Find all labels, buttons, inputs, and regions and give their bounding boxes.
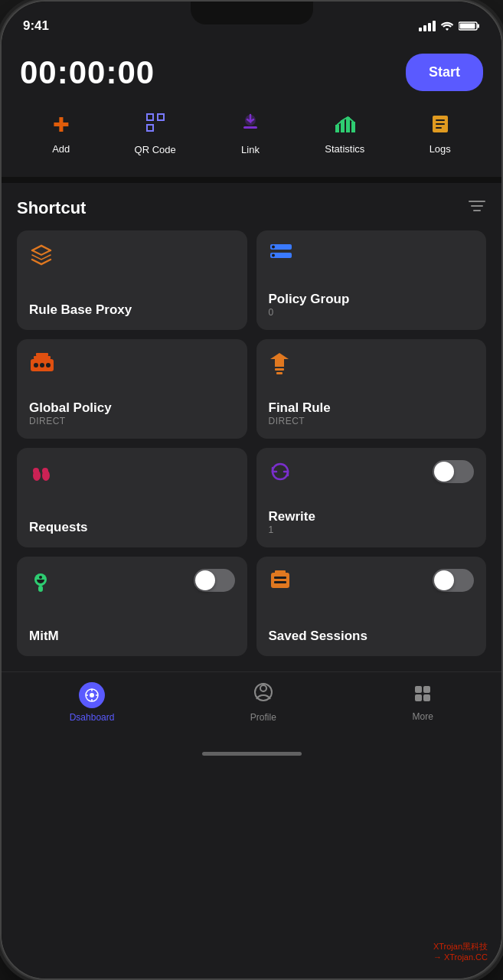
svg-rect-51 [275,570,286,573]
timer-row: 00:00:00 Start [20,54,483,91]
svg-rect-2 [460,24,475,29]
card-top-row-rewrite [269,460,475,486]
signal-bar-1 [419,28,422,31]
svg-rect-5 [147,125,153,131]
svg-rect-39 [275,368,284,371]
card-title-policy-group: Policy Group [269,292,475,307]
svg-rect-24 [436,127,442,129]
svg-rect-22 [436,119,445,121]
shortcut-header: Shortcut [17,198,486,218]
card-rewrite[interactable]: Rewrite 1 [256,448,487,547]
nav-more[interactable]: More [412,683,433,722]
saved-sessions-toggle[interactable] [433,569,474,592]
phone-frame: 9:41 [0,0,503,980]
signal-icon [419,21,436,31]
qrcode-icon [145,113,165,138]
svg-point-44 [42,468,48,474]
toolbar-qrcode[interactable]: QR Code [135,113,176,155]
bottom-nav: Dsahboard Profile [2,671,501,746]
toolbar-logs[interactable]: Logs [430,114,451,155]
statistics-icon [334,114,355,137]
card-bottom-global-policy: Global Policy DIRECT [29,400,235,426]
dashboard-icon [79,682,105,708]
profile-icon [253,681,274,708]
card-title-saved-sessions: Saved Sessions [269,629,475,644]
more-label: More [413,711,433,722]
svg-rect-1 [478,24,480,28]
card-rule-base-proxy[interactable]: Rule Base Proxy [17,230,247,330]
card-requests[interactable]: Requests [17,448,247,547]
card-icon-policy-group [269,243,475,264]
timer-display: 00:00:00 [20,54,155,91]
svg-point-43 [33,468,39,474]
card-bottom-requests: Requests [29,520,235,535]
card-icon-final-rule [269,351,475,379]
toolbar-link[interactable]: Link [240,113,260,155]
card-saved-sessions[interactable]: Saved Sessions [256,557,487,656]
logs-icon [430,114,450,137]
section-divider [2,177,501,183]
mitm-toggle[interactable] [194,569,235,592]
card-final-rule[interactable]: Final Rule DIRECT [256,339,487,439]
svg-rect-50 [274,581,286,583]
card-icon-mitm [29,569,52,596]
shortcut-section: Shortcut [2,183,501,671]
svg-rect-19 [346,117,350,132]
nav-dashboard[interactable]: Dsahboard [70,682,115,723]
card-count-policy-group: 0 [269,307,475,318]
svg-marker-38 [270,353,289,367]
svg-point-53 [90,693,94,697]
qrcode-label: QR Code [135,144,176,155]
toolbar-add[interactable]: ✚ Add [52,113,70,155]
start-button[interactable]: Start [406,54,483,91]
notch [191,2,313,24]
filter-icon[interactable] [468,198,486,218]
svg-rect-48 [271,573,289,588]
status-icons [419,21,480,31]
svg-point-37 [46,363,51,368]
card-icon-rewrite [269,460,292,486]
svg-rect-33 [34,356,51,359]
logs-label: Logs [430,143,451,155]
svg-point-36 [40,363,44,368]
toolbar-statistics[interactable]: Statistics [325,114,364,155]
card-subtitle-final-rule: DIRECT [269,416,475,426]
watermark: XTrojan黑科技 → XTrojan.CC [433,941,488,962]
nav-profile[interactable]: Profile [250,681,276,723]
header-section: 00:00:00 Start ✚ Add [2,40,501,177]
card-top-row-mitm [29,569,235,596]
card-title-rewrite: Rewrite [269,509,475,524]
card-mitm[interactable]: MitM [17,557,247,656]
signal-bar-4 [433,21,436,31]
card-icon-saved-sessions [269,569,292,595]
svg-rect-63 [423,694,430,701]
card-bottom-final-rule: Final Rule DIRECT [269,400,475,426]
signal-bar-3 [428,23,431,31]
svg-point-59 [260,685,266,691]
card-title-requests: Requests [29,520,235,535]
rewrite-toggle[interactable] [433,460,474,483]
svg-rect-62 [415,694,422,701]
svg-rect-17 [335,125,339,132]
more-icon [412,683,433,707]
card-policy-group[interactable]: Policy Group 0 [256,230,487,330]
card-global-policy[interactable]: Global Policy DIRECT [17,339,247,439]
mitm-toggle-knob [195,570,215,590]
svg-rect-34 [36,353,48,356]
card-bottom-saved-sessions: Saved Sessions [269,629,475,644]
svg-rect-46 [38,586,43,592]
card-bottom-policy-group: Policy Group 0 [269,292,475,318]
card-title-mitm: MitM [29,629,235,644]
profile-label: Profile [250,712,276,723]
svg-rect-40 [276,372,283,374]
card-top-row-saved-sessions [269,569,475,595]
svg-point-47 [39,576,42,579]
saved-sessions-toggle-knob [434,570,454,590]
card-icon-global-policy [29,351,235,376]
link-label: Link [241,144,260,155]
add-label: Add [52,143,70,155]
dashboard-label: Dsahboard [70,712,115,723]
svg-rect-60 [415,686,422,693]
svg-rect-3 [147,114,153,120]
card-bottom-rule-base-proxy: Rule Base Proxy [29,302,235,318]
